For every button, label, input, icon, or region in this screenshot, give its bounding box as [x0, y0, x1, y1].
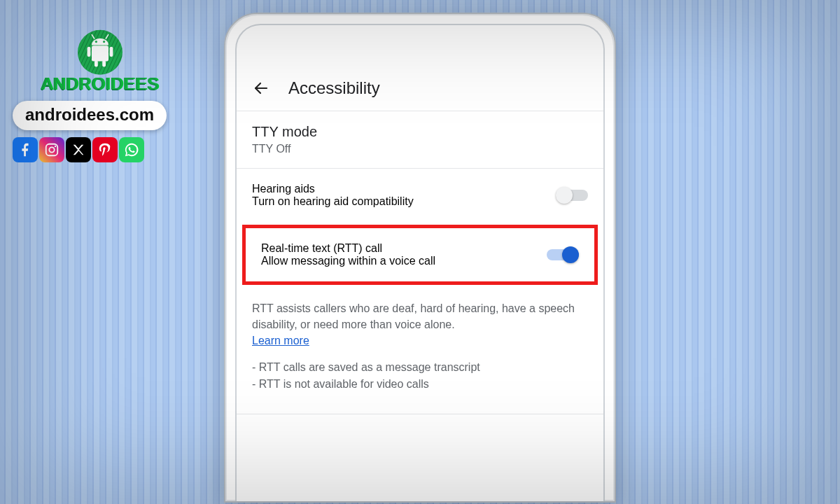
svg-point-13	[49, 147, 54, 152]
facebook-icon[interactable]	[13, 137, 38, 162]
hearing-aids-toggle[interactable]	[556, 187, 588, 204]
back-button[interactable]	[249, 76, 273, 100]
arrow-left-icon	[253, 80, 270, 97]
x-icon[interactable]	[66, 137, 91, 162]
android-icon	[72, 27, 128, 77]
rtt-info-body: RTT assists callers who are deaf, hard o…	[252, 302, 575, 330]
svg-rect-6	[94, 60, 98, 67]
site-link-pill[interactable]: androidees.com	[13, 101, 167, 130]
svg-point-14	[55, 146, 56, 147]
app-bar: Accessibility	[237, 66, 603, 111]
hearing-subtitle: Turn on hearing aid compatibility	[252, 195, 545, 208]
divider	[237, 414, 603, 414]
social-icons-row	[13, 137, 188, 162]
instagram-icon[interactable]	[39, 137, 64, 162]
page-title: Accessibility	[288, 78, 380, 98]
rtt-call-row[interactable]: Real-time text (RTT) call Allow messagin…	[246, 228, 594, 281]
tty-subtitle: TTY Off	[252, 143, 588, 155]
whatsapp-icon[interactable]	[119, 137, 144, 162]
svg-rect-5	[110, 47, 113, 57]
pinterest-icon[interactable]	[92, 137, 118, 162]
tty-mode-row[interactable]: TTY mode TTY Off	[237, 111, 603, 168]
phone-screen: Accessibility TTY mode TTY Off Hearing a…	[237, 66, 603, 501]
brand-logo: ANDROIDEES	[13, 27, 188, 94]
tty-title: TTY mode	[252, 124, 588, 140]
svg-rect-7	[102, 60, 106, 67]
svg-rect-3	[92, 46, 108, 61]
phone-bezel: Accessibility TTY mode TTY Off Hearing a…	[235, 24, 605, 501]
brand-wordmark: ANDROIDEES	[41, 74, 160, 94]
svg-point-8	[95, 41, 97, 43]
highlight-box: Real-time text (RTT) call Allow messagin…	[242, 225, 598, 285]
svg-rect-4	[88, 47, 91, 57]
rtt-note-2: - RTT is not available for video calls	[252, 376, 588, 393]
rtt-info-text: RTT assists callers who are deaf, hard o…	[237, 288, 603, 352]
rtt-notes: - RTT calls are saved as a message trans…	[237, 352, 603, 414]
rtt-call-toggle[interactable]	[547, 246, 579, 263]
svg-point-9	[103, 41, 105, 43]
rtt-subtitle: Allow messaging within a voice call	[261, 255, 536, 267]
rtt-title: Real-time text (RTT) call	[261, 242, 536, 255]
hearing-aids-row[interactable]: Hearing aids Turn on hearing aid compati…	[237, 169, 603, 222]
overlay-branding: ANDROIDEES androidees.com	[13, 27, 188, 162]
phone-mockup: Accessibility TTY mode TTY Off Hearing a…	[224, 13, 616, 503]
hearing-title: Hearing aids	[252, 183, 545, 195]
learn-more-link[interactable]: Learn more	[252, 335, 309, 346]
rtt-note-1: - RTT calls are saved as a message trans…	[252, 359, 588, 376]
